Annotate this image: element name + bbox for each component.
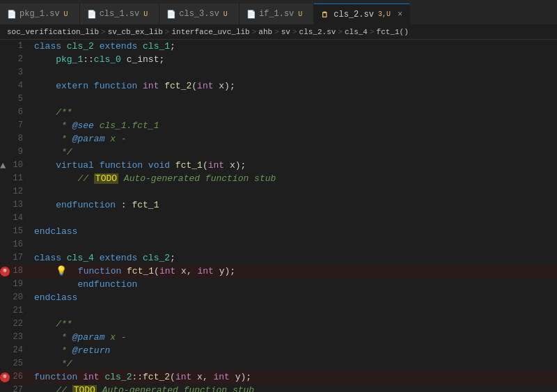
code-token [34, 160, 56, 171]
code-token: cls_4 [67, 253, 94, 263]
code-token: Auto-generated function stub [97, 385, 254, 392]
code-token [34, 385, 56, 392]
line-number-text: 22 [13, 319, 23, 329]
tab-label: cls_1.sv [100, 9, 140, 19]
code-token: int [143, 81, 159, 91]
code-token: ( [203, 160, 208, 171]
line-content: /** [31, 317, 557, 331]
fold-marker[interactable]: ▲ [0, 159, 6, 172]
table-row: 22 /** [0, 317, 557, 331]
sv-file-icon: 📄 [166, 10, 175, 18]
table-row: 19 endfunction [0, 278, 557, 291]
code-token: int [83, 372, 99, 382]
breadcrumb-part[interactable]: sv_cb_ex_lib [108, 28, 163, 36]
line-number: 4 [0, 79, 31, 93]
table-row: 4 extern function int fct_2(int x); [0, 79, 557, 93]
line-number: 11 [0, 172, 31, 185]
code-token: ( [170, 372, 175, 382]
table-row: 17class cls_4 extends cls_2; [0, 251, 557, 265]
code-token: */ [56, 147, 72, 157]
line-number-text: 5 [18, 94, 23, 104]
tab-cls_2[interactable]: 🗒cls_2.sv3,U× [314, 3, 410, 24]
line-content [31, 212, 557, 225]
tab-label: if_1.sv [259, 9, 294, 19]
tab-pkg_1[interactable]: 📄pkg_1.svU [0, 3, 80, 24]
line-content: */ [31, 357, 557, 370]
code-token: endfunction [56, 200, 116, 210]
code-token: @see [72, 120, 94, 131]
table-row: 5 [0, 93, 557, 106]
code-token [34, 319, 56, 329]
code-token: class [34, 253, 67, 263]
code-token: endclass [34, 226, 77, 237]
editor: 1class cls_2 extends cls_1;2 pkg_1::cls_… [0, 40, 557, 392]
line-number: 23 [0, 331, 31, 344]
line-number: ⊗26 [0, 370, 31, 384]
error-marker: ⊗ [0, 373, 10, 382]
line-number-text: 26 [13, 372, 23, 382]
tab-if_1[interactable]: 📄if_1.svU [240, 3, 314, 24]
table-row: 12 [0, 185, 557, 198]
line-content [31, 66, 557, 79]
code-token [34, 266, 56, 276]
line-content: endfunction [31, 278, 557, 291]
code-token: x - [104, 134, 126, 144]
line-number: 2 [0, 53, 31, 66]
breadcrumb-part: > [274, 28, 279, 36]
code-token: ( [154, 266, 159, 276]
line-number: 22 [0, 317, 31, 331]
code-token: // [56, 385, 72, 392]
line-content [31, 185, 557, 198]
error-marker: ⊗ [0, 267, 10, 276]
table-row: 3 [0, 66, 557, 79]
code-token: function [34, 372, 83, 382]
line-content: function int cls_2::fct_2(int x, int y); [31, 370, 557, 384]
line-content: extern function int fct_2(int x); [31, 79, 557, 93]
code-token: * [56, 134, 72, 144]
code-token: int [159, 266, 175, 276]
code-token: int [198, 266, 214, 276]
code-token: cls_2 [104, 372, 132, 382]
line-number-text: 27 [13, 385, 23, 392]
line-number: 24 [0, 344, 31, 357]
breadcrumb-part[interactable]: soc_verification_lib [7, 28, 99, 36]
breadcrumb-part[interactable]: interface_uvc_lib [171, 28, 249, 36]
line-content: endclass [31, 225, 557, 238]
line-number-text: 3 [18, 68, 23, 77]
line-number-text: 20 [13, 292, 23, 302]
line-content: * @see cls_1.fct_1 [31, 119, 557, 132]
line-number: 13 [0, 198, 31, 212]
line-content: endfunction : fct_1 [31, 198, 557, 212]
line-number-text: 4 [18, 81, 23, 91]
line-number: 3 [0, 66, 31, 79]
line-content [31, 93, 557, 106]
line-content: * @param x - [31, 331, 557, 344]
table-row: 14 [0, 212, 557, 225]
line-number-text: 14 [13, 213, 23, 223]
code-token: @return [72, 345, 111, 356]
code-token: @param [72, 332, 105, 343]
code-token [34, 107, 56, 118]
breadcrumb-part[interactable]: sv [281, 28, 290, 36]
breadcrumb-part[interactable]: cls_2.sv [299, 28, 336, 36]
tab-cls_1[interactable]: 📄cls_1.svU [80, 3, 160, 24]
code-token: TODO [94, 173, 118, 184]
breadcrumb-part[interactable]: ahb [258, 28, 272, 36]
line-content: * @return [31, 344, 557, 357]
breadcrumb-part[interactable]: fct_1() [377, 28, 409, 36]
line-number-text: 9 [18, 147, 23, 157]
line-number-text: 8 [18, 134, 23, 143]
code-token: cls_0 [94, 54, 121, 65]
table-row: 7 * @see cls_1.fct_1 [0, 119, 557, 132]
code-token: c_inst; [121, 54, 164, 65]
tab-cls_3[interactable]: 📄cls_3.svU [159, 3, 240, 24]
line-content [31, 238, 557, 251]
code-token: x, [175, 266, 197, 276]
tab-bar: 📄pkg_1.svU📄cls_1.svU📄cls_3.svU📄if_1.svU🗒… [0, 0, 557, 24]
code-token: fct_2 [143, 372, 170, 382]
breadcrumb: soc_verification_lib>sv_cb_ex_lib>interf… [0, 24, 557, 40]
tab-close-button[interactable]: × [398, 10, 402, 19]
tab-label: cls_2.sv [334, 10, 374, 19]
line-number: 5 [0, 93, 31, 106]
breadcrumb-part[interactable]: cls_4 [345, 28, 368, 36]
